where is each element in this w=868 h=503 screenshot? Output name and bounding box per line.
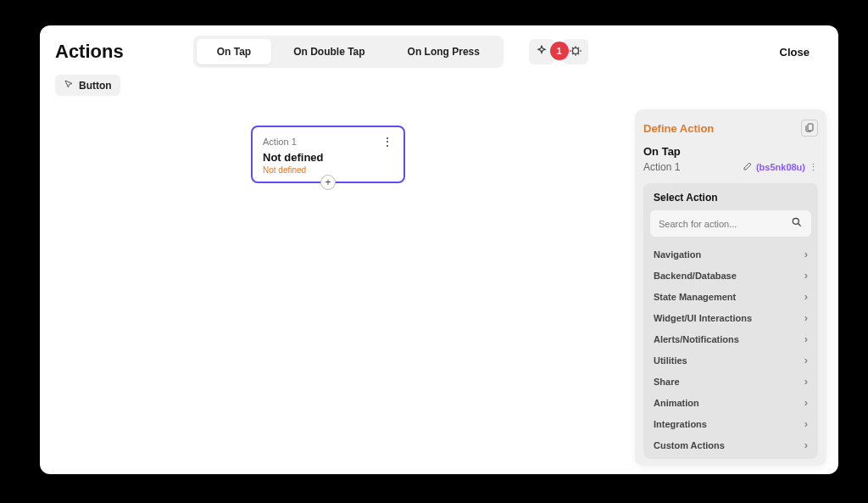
widget-chip-label: Button bbox=[79, 80, 112, 92]
select-action-title: Select Action bbox=[650, 192, 811, 204]
chevron-right-icon: › bbox=[804, 375, 808, 388]
category-utilities[interactable]: Utilities› bbox=[650, 349, 811, 371]
define-action-panel: Define Action On Tap Action 1 (bs5nk08u)… bbox=[635, 109, 826, 466]
edit-id-button[interactable] bbox=[743, 161, 753, 173]
panel-action-name: Action 1 bbox=[643, 161, 680, 173]
action-card-menu[interactable]: ⋮ bbox=[381, 136, 393, 148]
bug-icon bbox=[570, 45, 581, 59]
add-action-button[interactable]: + bbox=[320, 175, 336, 190]
panel-header: Define Action bbox=[643, 120, 818, 137]
chevron-right-icon: › bbox=[804, 333, 808, 345]
search-wrap bbox=[650, 210, 811, 237]
header: Actions On Tap On Double Tap On Long Pre… bbox=[40, 25, 838, 75]
subheader: Button bbox=[40, 75, 838, 103]
action-card[interactable]: Action 1 ⋮ Not defined Not defined + bbox=[251, 126, 405, 183]
category-list: Navigation› Backend/Database› State Mana… bbox=[650, 243, 811, 455]
category-navigation[interactable]: Navigation› bbox=[650, 243, 811, 265]
chevron-right-icon: › bbox=[804, 417, 808, 430]
action-card-status: Not defined bbox=[263, 151, 393, 164]
chevron-right-icon: › bbox=[804, 439, 808, 451]
chevron-right-icon: › bbox=[804, 311, 808, 324]
actions-window: Actions On Tap On Double Tap On Long Pre… bbox=[40, 25, 838, 474]
svg-rect-1 bbox=[808, 124, 813, 131]
issues-button[interactable]: 1 bbox=[563, 39, 588, 64]
sparkle-icon bbox=[536, 45, 548, 59]
trigger-tabs: On Tap On Double Tap On Long Press bbox=[193, 36, 504, 68]
chevron-right-icon: › bbox=[804, 396, 808, 409]
category-share[interactable]: Share› bbox=[650, 371, 811, 392]
action-card-number: Action 1 bbox=[263, 137, 297, 147]
category-widget-ui[interactable]: Widget/UI Interactions› bbox=[650, 307, 811, 328]
svg-point-2 bbox=[793, 218, 798, 224]
tab-on-long-press[interactable]: On Long Press bbox=[387, 39, 500, 64]
plus-icon: + bbox=[325, 176, 331, 188]
category-alerts-notifications[interactable]: Alerts/Notifications› bbox=[650, 328, 811, 349]
category-state-management[interactable]: State Management› bbox=[650, 286, 811, 307]
action-card-substatus: Not defined bbox=[263, 165, 393, 175]
widget-chip[interactable]: Button bbox=[55, 75, 120, 96]
chevron-right-icon: › bbox=[804, 248, 808, 260]
panel-id-group: (bs5nk08u) ⋮ bbox=[743, 161, 818, 173]
search-icon bbox=[791, 216, 803, 231]
tab-on-double-tap[interactable]: On Double Tap bbox=[273, 39, 385, 64]
action-card-header: Action 1 ⋮ bbox=[263, 136, 393, 148]
panel-action-row: Action 1 (bs5nk08u) ⋮ bbox=[643, 161, 818, 173]
panel-trigger: On Tap bbox=[643, 145, 818, 158]
panel-title: Define Action bbox=[643, 122, 714, 135]
category-custom-actions[interactable]: Custom Actions› bbox=[650, 434, 811, 455]
category-backend-database[interactable]: Backend/Database› bbox=[650, 265, 811, 286]
panel-id-menu[interactable]: ⋮ bbox=[809, 162, 818, 173]
header-right: 1 Close bbox=[529, 39, 823, 65]
canvas: Action 1 ⋮ Not defined Not defined + Def… bbox=[40, 103, 838, 474]
select-action-box: Select Action Navigation› Backend/Databa… bbox=[643, 183, 818, 459]
chevron-right-icon: › bbox=[804, 354, 808, 366]
cursor-icon bbox=[64, 79, 74, 92]
category-animation[interactable]: Animation› bbox=[650, 392, 811, 413]
panel-id-code: (bs5nk08u) bbox=[756, 162, 805, 172]
clipboard-icon bbox=[804, 122, 815, 134]
page-title: Actions bbox=[55, 41, 124, 63]
panel-copy-button[interactable] bbox=[801, 120, 818, 137]
search-input[interactable] bbox=[659, 219, 791, 229]
chevron-right-icon: › bbox=[804, 290, 808, 303]
category-integrations[interactable]: Integrations› bbox=[650, 413, 811, 434]
chevron-right-icon: › bbox=[804, 269, 808, 282]
tab-on-tap[interactable]: On Tap bbox=[197, 39, 271, 64]
issues-badge: 1 bbox=[550, 42, 569, 60]
close-button[interactable]: Close bbox=[766, 39, 823, 65]
